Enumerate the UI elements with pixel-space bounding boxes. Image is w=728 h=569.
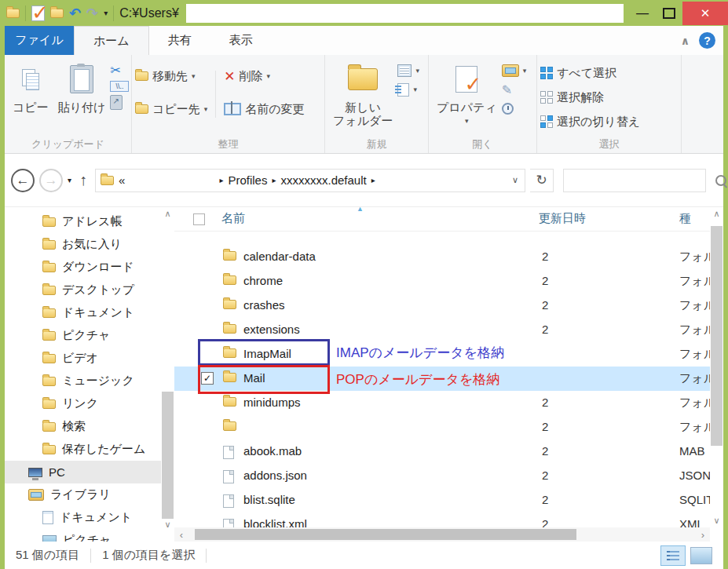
list-horizontal-scrollbar[interactable]: ‹ › (174, 527, 710, 542)
rename-button[interactable]: 名前の変更 (224, 99, 304, 119)
new-item-button[interactable]: ▾ (397, 63, 419, 78)
search-input[interactable] (570, 173, 715, 188)
recent-locations-icon[interactable]: ▾ (68, 176, 71, 184)
properties-button[interactable]: プロパティ ▾ (432, 58, 502, 128)
redo-icon[interactable]: ↷ (86, 6, 98, 20)
file-row[interactable]: 2フォルダー (174, 415, 723, 440)
file-date: 2 (542, 469, 548, 482)
qat-properties-icon[interactable] (31, 5, 45, 21)
scroll-down-icon[interactable]: ∨ (710, 514, 723, 527)
refresh-button[interactable]: ↻ (530, 169, 554, 192)
file-row[interactable]: chrome2フォルダー (174, 269, 723, 294)
history-button[interactable] (502, 100, 527, 116)
scrollbar-thumb[interactable] (711, 226, 723, 446)
file-row[interactable]: minidumps2フォルダー (174, 391, 723, 415)
file-row[interactable]: calendar-data2フォルダー (174, 245, 723, 269)
ribbon-collapse-icon[interactable]: ∧ (681, 35, 690, 47)
file-row[interactable]: crashes2フォルダー (174, 294, 723, 318)
scroll-right-icon[interactable]: › (696, 529, 710, 541)
column-header-kind[interactable]: 種 (679, 211, 691, 226)
file-name: calendar-data (243, 250, 316, 263)
tab-view[interactable]: 表示 (210, 26, 272, 55)
maximize-button[interactable] (656, 2, 682, 25)
sidebar-item-ビデオ[interactable]: ビデオ (5, 347, 174, 370)
group-label-new: 新規 (325, 137, 428, 151)
select-none-button[interactable]: 選択解除 (540, 89, 640, 106)
sidebar-item-ライブラリ[interactable]: ライブラリ (5, 483, 174, 506)
cut-icon[interactable]: ✂ (110, 63, 129, 78)
scroll-down-icon[interactable]: ∨ (161, 518, 174, 531)
qat-customize-icon[interactable]: ▾ (104, 9, 108, 17)
up-button[interactable]: ↑ (76, 171, 90, 189)
sidebar-item-ピクチャ[interactable]: ピクチャ (5, 529, 174, 542)
sidebar-item-保存したゲーム[interactable]: 保存したゲーム (5, 438, 174, 461)
file-row[interactable]: addons.json2JSON (174, 464, 723, 488)
ribbon-empty-area (682, 55, 723, 153)
sidebar-item-ピクチャ[interactable]: ピクチャ (5, 324, 174, 347)
tab-home[interactable]: ホーム (74, 26, 149, 55)
breadcrumb-profiles[interactable]: Profiles (228, 173, 267, 187)
scroll-up-icon[interactable]: ∧ (161, 207, 174, 221)
details-view-button[interactable] (660, 545, 686, 566)
sidebar-item-アドレス帳[interactable]: アドレス帳 (5, 210, 174, 233)
crumb-prefix[interactable]: « (119, 173, 125, 187)
select-all-checkbox[interactable] (193, 213, 205, 225)
sidebar-item-ドキュメント[interactable]: ドキュメント (5, 506, 174, 529)
move-to-button[interactable]: 移動先 ▾ (135, 66, 207, 86)
details-view-icon (667, 551, 679, 560)
scroll-left-icon[interactable]: ‹ (174, 529, 188, 541)
sidebar-scrollbar[interactable]: ∧ ∨ (161, 207, 174, 531)
sidebar-item-検索[interactable]: 検索 (5, 415, 174, 438)
search-box[interactable] (563, 169, 706, 192)
column-header-name[interactable]: 名前 (221, 211, 245, 226)
paste-button[interactable]: 貼り付け (53, 58, 111, 117)
sidebar-item-デスクトップ[interactable]: デスクトップ (5, 279, 174, 301)
close-button[interactable]: ✕ (682, 2, 728, 25)
invert-selection-button[interactable]: 選択の切り替え (540, 113, 640, 130)
copy-to-button[interactable]: コピー先 ▾ (135, 99, 207, 119)
sidebar-item-ダウンロード[interactable]: ダウンロード (5, 256, 174, 279)
help-icon[interactable]: ? (699, 32, 715, 49)
edit-button[interactable]: ✎ (502, 82, 527, 97)
sidebar-item-ドキュメント[interactable]: ドキュメント (5, 301, 174, 324)
file-row[interactable]: abook.mab2MAB (174, 440, 723, 464)
file-row[interactable]: blist.sqlite2SQLITE (174, 488, 723, 512)
address-bar[interactable]: « ▸ Profiles ▸ xxxxxxxx.default ▸ ∨ (95, 169, 525, 192)
new-folder-button[interactable]: 新しいフォルダー (328, 58, 397, 130)
sidebar-item-ミュージック[interactable]: ミュージック (5, 370, 174, 392)
library-pictures-icon (42, 535, 57, 542)
select-all-button[interactable]: すべて選択 (540, 64, 640, 82)
sort-ascending-icon[interactable]: ▲ (357, 207, 364, 213)
copy-button[interactable]: コピー (8, 58, 53, 117)
folder-icon (223, 421, 236, 431)
delete-button[interactable]: ✕ 削除 ▾ (224, 66, 304, 86)
thumbnail-view-button[interactable] (690, 547, 712, 564)
sidebar-item-リンク[interactable]: リンク (5, 392, 174, 415)
back-button[interactable]: ← (11, 169, 35, 192)
scrollbar-thumb[interactable] (195, 529, 576, 540)
sidebar-item-お気に入り[interactable]: お気に入り (5, 233, 174, 256)
sidebar-item-PC[interactable]: PC (5, 461, 174, 483)
address-dropdown-icon[interactable]: ∨ (506, 175, 525, 185)
list-vertical-scrollbar[interactable]: ∧ ∨ (710, 207, 723, 527)
scrollbar-thumb[interactable] (162, 392, 174, 519)
qat-new-folder-icon[interactable] (50, 9, 64, 18)
tab-file[interactable]: ファイル (5, 26, 74, 55)
paste-shortcut-icon[interactable] (110, 95, 123, 110)
scroll-up-icon[interactable]: ∧ (710, 207, 723, 221)
forward-button[interactable]: → (39, 169, 63, 192)
undo-icon[interactable]: ↶ (69, 6, 81, 20)
new-item-icon (397, 64, 412, 77)
breadcrumb-profile-default[interactable]: xxxxxxxx.default (280, 173, 366, 187)
column-header-date[interactable]: 更新日時 (539, 211, 586, 226)
open-button[interactable]: ▾ (502, 63, 527, 78)
group-label-open: 開く (429, 137, 536, 151)
sidebar-item-label: アドレス帳 (62, 214, 122, 229)
tab-share[interactable]: 共有 (149, 26, 210, 55)
file-name: extensions (243, 323, 300, 336)
copy-path-icon[interactable]: \\.. (110, 81, 129, 92)
easy-access-button[interactable]: ▾ (397, 82, 419, 97)
selected-count: 1 個の項目を選択 (102, 548, 195, 563)
minimize-button[interactable]: — (629, 2, 656, 25)
file-name: abook.mab (243, 444, 302, 458)
